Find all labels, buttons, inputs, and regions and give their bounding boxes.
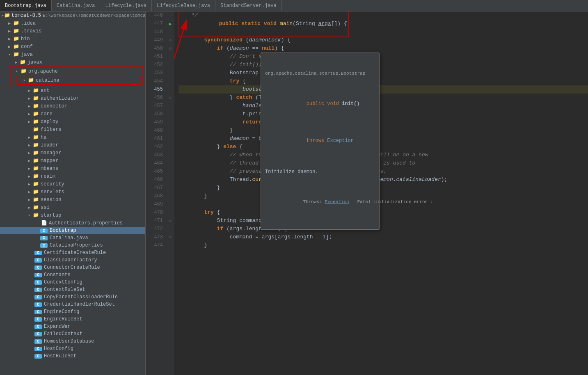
fold-marker-449[interactable]: ◇ [166,36,174,44]
bin-folder-icon: 📁 [12,36,20,42]
ssi-folder-icon: 📁 [32,204,39,210]
sidebar-item-deploy[interactable]: ▶ 📁 deploy [0,118,145,126]
sidebar-item-engine-ruleset[interactable]: C EngineRuleSet [0,316,145,323]
sidebar-item-credential-handler[interactable]: C CredentialHandlerRuleSet [0,301,145,308]
root-path: E:\workspace\TomcatCodeWorkSpace\tomca..… [43,13,146,18]
sidebar-item-expand-war[interactable]: C ExpandWar [0,323,145,330]
sidebar-item-conf[interactable]: ▶ 📁 conf [0,43,145,50]
sidebar-item-ssi[interactable]: ▶ 📁 ssi [0,204,145,211]
fold-marker-456[interactable]: ◇ [166,94,174,102]
java-arrow: ▾ [7,52,12,57]
sidebar-item-mapper[interactable]: ▶ 📁 mapper [0,157,145,165]
hr-icon: C [34,354,42,359]
sidebar-item-realm[interactable]: ▶ 📁 realm [0,172,145,180]
sidebar-item-java[interactable]: ▾ 📁 java [0,50,145,58]
tooltip-throws-link[interactable]: Exception [325,199,349,204]
tab-standard-server[interactable]: StandardServer.java [215,0,282,11]
sidebar-item-catalina-properties[interactable]: C CatalinaProperties [0,242,145,249]
fold-marker-470[interactable]: ◇ [166,217,174,225]
sidebar-item-mbeans[interactable]: ▶ 📁 mbeans [0,165,145,172]
sidebar-item-host-ruleset[interactable]: C HostRuleSet [0,352,145,360]
security-label: security [41,181,64,187]
sidebar-item-engine-config[interactable]: C EngineConfig [0,308,145,316]
sidebar-item-cert-create-rule[interactable]: C CertificateCreateRule [0,249,145,256]
filters-label: filters [41,127,61,133]
tab-bootstrap[interactable]: Bootstrap.java [0,0,52,11]
sidebar-item-catalina-java[interactable]: C Catalina.java [0,234,145,242]
code-line-455: bootstrap.init(); // 通过名称是 初始化的方法 [178,85,588,94]
sidebar-item-copy-parent[interactable]: C CopyParentClassLoaderRule [0,293,145,301]
sidebar-item-idea[interactable]: ▶ 📁 .idea [0,19,145,27]
code-line-454: try { [178,77,588,85]
sidebar-item-constants[interactable]: C Constants [0,271,145,279]
root-label: tomcat-8.5 [11,13,41,18]
code-line-459: return; [178,118,588,126]
tab-lifecycle-base[interactable]: LifecycleBase.java [152,0,215,11]
sidebar-item-servlets[interactable]: ▶ 📁 servlets [0,188,145,196]
er-label: EngineRuleSet [44,316,82,322]
travis-arrow: ▶ [7,29,12,34]
code-content[interactable]: */ public static void main(String args[]… [174,11,588,375]
sidebar-item-bin[interactable]: ▶ 📁 bin [0,35,145,43]
bootstrap-class-icon: C [40,229,48,233]
sidebar-item-javax[interactable]: ▶ 📁 javax [0,58,145,66]
sidebar-item-session[interactable]: ▶ 📁 session [0,196,145,204]
bin-arrow: ▶ [7,37,12,41]
bootstrap-label: Bootstrap [50,228,76,233]
ec-label: EngineConfig [44,309,79,315]
ccr-label: ConnectorCreateRule [44,265,100,270]
conf-arrow: ▶ [7,44,12,49]
catalina-label: catalina [36,78,59,83]
ctx-cfg-icon: C [34,280,42,285]
sidebar-item-bootstrap[interactable]: C Bootstrap [0,227,145,234]
code-area: 446 447 448 449 450 451 452 453 454 455 … [146,11,588,375]
sidebar-item-filters[interactable]: 📁 filters [0,126,145,133]
sidebar-item-context-ruleset[interactable]: C ContextRuleSet [0,286,145,293]
sidebar-item-loader[interactable]: ▶ 📁 loader [0,141,145,149]
root-folder-icon: 📁 [4,12,10,18]
sidebar-item-travis[interactable]: ▶ 📁 .travis [0,27,145,35]
autocomplete-tooltip[interactable]: org.apache.catalina.startup.Bootstrap pu… [261,53,380,230]
tooltip-void: void [327,101,342,107]
sidebar-item-security[interactable]: ▶ 📁 security [0,180,145,188]
auth-props-label: Authenticators.properties [49,220,123,226]
org-apache-label: org.apache [28,69,58,74]
sidebar-item-context-config[interactable]: C ContextConfig [0,279,145,286]
mbeans-arrow: ▶ [26,166,32,171]
sidebar-item-catalina[interactable]: ▾ 📁 catalina [18,76,140,84]
sidebar-item-host-config[interactable]: C HostConfig [0,345,145,352]
sidebar-item-class-loader-factory[interactable]: C ClassLoaderFactory [0,256,145,264]
loader-label: loader [41,142,58,148]
sidebar-item-startup[interactable]: ▾ 📁 startup [0,211,145,219]
fold-marker-450[interactable]: ◇ [166,44,174,53]
sidebar-item-homes-user-database[interactable]: C HomesUserDatabase [0,338,145,345]
constants-icon: C [34,273,42,277]
code-line-466: Thread.currentThread().setContextClassLo… [178,176,588,184]
fold-marker-472[interactable]: ◇ [166,233,174,241]
sidebar-item-authenticators-props[interactable]: 📄 Authenticators.properties [0,219,145,227]
sidebar-item-failed-context[interactable]: C FailedContext [0,330,145,338]
tab-catalina[interactable]: Catalina.java [52,0,101,11]
sidebar-item-ant[interactable]: ▶ 📁 ant [0,87,145,94]
sidebar-root[interactable]: ▾ 📁 tomcat-8.5 E:\workspace\TomcatCodeWo… [0,11,145,19]
code-line-451: // Don't set daemon until init() has com… [178,53,588,61]
manager-folder-icon: 📁 [32,150,39,156]
sidebar-item-connector[interactable]: ▶ 📁 connector [0,102,145,110]
core-label: core [41,111,53,117]
sidebar-item-org-apache[interactable]: ▾ 📁 org.apache [11,67,143,75]
play-button[interactable]: ▶ [166,20,174,28]
ctx-rs-label: ContextRuleSet [44,287,85,293]
deploy-folder-icon: 📁 [32,119,39,125]
ch-icon: C [34,302,42,307]
sidebar-item-ha[interactable]: ▶ 📁 ha [0,133,145,141]
catalina-java-label: Catalina.java [50,235,88,241]
code-line-463: // When running as a service the call to… [178,151,588,159]
code-line-450: if (daemon == null) { [178,44,588,53]
sidebar-item-connector-create-rule[interactable]: C ConnectorCreateRule [0,264,145,271]
tab-lifecycle[interactable]: Lifecycle.java [100,0,152,11]
ant-arrow: ▶ [26,88,32,93]
sidebar-item-manager[interactable]: ▶ 📁 manager [0,149,145,157]
main-layout: ▾ 📁 tomcat-8.5 E:\workspace\TomcatCodeWo… [0,11,588,375]
sidebar-item-core[interactable]: ▶ 📁 core [0,110,145,118]
sidebar-item-authenticator[interactable]: ▶ 📁 authenticator [0,94,145,102]
